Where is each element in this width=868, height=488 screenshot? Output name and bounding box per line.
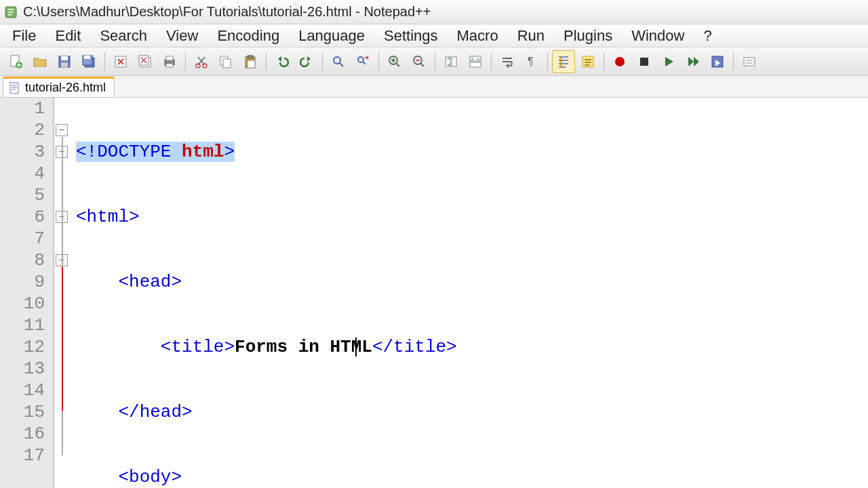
svg-rect-4 [61, 56, 68, 60]
line-number: 15 [0, 401, 45, 423]
indent-guide-button[interactable] [552, 50, 575, 73]
line-number: 10 [0, 293, 45, 314]
text-cursor [355, 338, 357, 357]
code-line: <title>Forms in HTML</title> [71, 336, 868, 358]
toolbar-separator [378, 52, 379, 71]
code-line: </head> [71, 401, 868, 423]
svg-rect-21 [248, 60, 255, 68]
menu-settings[interactable]: Settings [374, 23, 448, 49]
line-number: 3 [0, 141, 45, 163]
toolbar-separator [491, 52, 492, 71]
line-number: 5 [0, 184, 45, 206]
svg-point-23 [358, 57, 363, 62]
menu-file[interactable]: File [3, 23, 45, 49]
line-number: 2 [0, 119, 45, 141]
menu-encoding[interactable]: Encoding [208, 23, 289, 49]
file-icon [9, 82, 21, 94]
code-line: <html> [71, 206, 868, 228]
toolbar-separator [322, 52, 323, 71]
line-number: 4 [0, 163, 45, 184]
save-macro-button[interactable] [706, 50, 729, 73]
sync-h-button[interactable] [464, 50, 487, 73]
line-number: 17 [0, 445, 45, 466]
code-line: <head> [71, 271, 868, 293]
stop-macro-button[interactable] [633, 50, 656, 73]
toolbar-separator [185, 52, 186, 71]
zoom-in-button[interactable] [383, 50, 406, 73]
open-file-button[interactable] [28, 50, 52, 73]
toolbar-separator [733, 52, 734, 71]
zoom-out-button[interactable] [408, 50, 431, 73]
tabbar: tutorial-26.html [0, 76, 868, 98]
toolbar-separator [266, 52, 267, 71]
svg-rect-27 [452, 57, 456, 66]
svg-rect-36 [10, 83, 18, 94]
line-gutter: 1234567891011121314151617 [0, 98, 54, 488]
replace-button[interactable] [351, 50, 374, 73]
svg-rect-33 [640, 58, 648, 66]
cut-button[interactable] [190, 50, 213, 73]
show-all-chars-button[interactable]: ¶ [520, 50, 543, 73]
menu-language[interactable]: Language [289, 23, 374, 49]
toolbar-separator [604, 52, 604, 71]
svg-rect-14 [166, 64, 173, 67]
code-area[interactable]: <!DOCTYPE html> <html> <head> <title>For… [71, 98, 868, 488]
menu-search[interactable]: Search [90, 23, 157, 49]
svg-rect-18 [223, 59, 231, 68]
toolbar: ¶ [0, 47, 868, 76]
word-wrap-button[interactable] [496, 50, 519, 73]
svg-text:¶: ¶ [528, 56, 534, 67]
window-title: C:\Users\Madhur\Desktop\For Tutorials\tu… [23, 4, 431, 20]
svg-point-22 [334, 57, 340, 64]
record-macro-button[interactable] [608, 50, 631, 73]
toolbar-separator [547, 52, 548, 71]
line-number: 12 [0, 336, 45, 358]
save-button[interactable] [53, 50, 76, 73]
line-number: 13 [0, 358, 45, 380]
line-number: 16 [0, 423, 45, 445]
line-number: 11 [0, 314, 45, 336]
paste-button[interactable] [239, 50, 262, 73]
toolbar-extra-button[interactable] [738, 50, 761, 73]
svg-rect-35 [744, 58, 755, 66]
editor[interactable]: 1234567891011121314151617 − − − − <!DOCT… [0, 98, 868, 488]
toolbar-separator [435, 52, 435, 71]
menu-run[interactable]: Run [508, 23, 554, 49]
line-number: 8 [0, 249, 45, 271]
save-all-button[interactable] [77, 50, 100, 73]
menu-view[interactable]: View [157, 23, 208, 49]
menu-window[interactable]: Window [622, 23, 694, 49]
code-line: <!DOCTYPE html> [71, 141, 868, 163]
user-lang-button[interactable] [576, 50, 599, 73]
print-button[interactable] [158, 50, 181, 73]
new-file-button[interactable] [4, 50, 27, 73]
menu-help[interactable]: ? [694, 23, 721, 49]
toolbar-separator [104, 52, 105, 71]
line-number: 6 [0, 206, 45, 228]
fold-column: − − − − [54, 98, 71, 488]
svg-rect-8 [84, 56, 90, 59]
menu-edit[interactable]: Edit [45, 23, 90, 49]
sync-v-button[interactable] [439, 50, 462, 73]
menu-plugins[interactable]: Plugins [554, 23, 622, 49]
close-all-button[interactable] [134, 50, 157, 73]
menu-macro[interactable]: Macro [448, 23, 508, 49]
svg-rect-20 [248, 56, 253, 58]
line-number: 14 [0, 380, 45, 401]
svg-rect-5 [61, 62, 68, 67]
titlebar: C:\Users\Madhur\Desktop\For Tutorials\tu… [0, 0, 868, 24]
svg-point-32 [615, 57, 625, 66]
copy-button[interactable] [214, 50, 237, 73]
undo-button[interactable] [271, 50, 294, 73]
fold-line [62, 267, 63, 411]
close-button[interactable] [109, 50, 132, 73]
play-multi-button[interactable] [682, 50, 705, 73]
tab-tutorial-26[interactable]: tutorial-26.html [3, 77, 115, 97]
menubar: File Edit Search View Encoding Language … [0, 24, 868, 47]
fold-toggle-icon[interactable]: − [56, 124, 68, 136]
play-macro-button[interactable] [657, 50, 680, 73]
tab-label: tutorial-26.html [25, 81, 106, 95]
redo-button[interactable] [295, 50, 318, 73]
svg-rect-13 [166, 56, 173, 60]
find-button[interactable] [327, 50, 350, 73]
